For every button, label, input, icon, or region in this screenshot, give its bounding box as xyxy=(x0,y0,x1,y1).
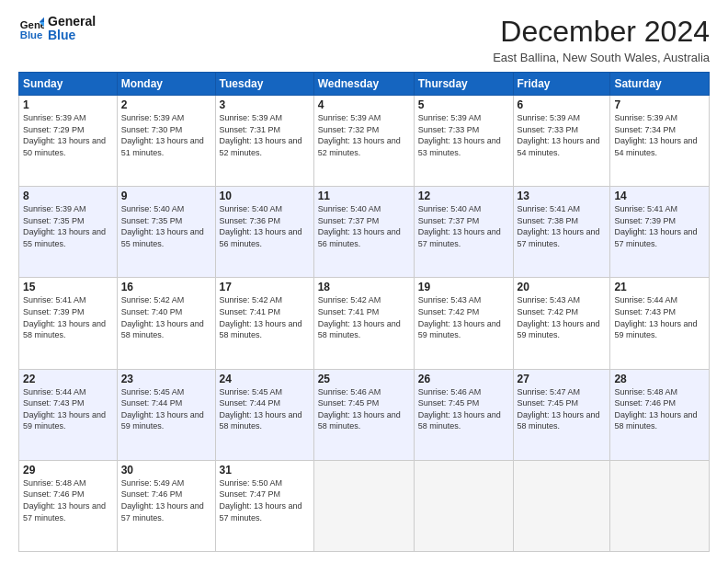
day-number: 25 xyxy=(318,373,410,385)
table-row: 28 Sunrise: 5:48 AM Sunset: 7:46 PM Dayl… xyxy=(610,369,710,460)
table-row: 1 Sunrise: 5:39 AM Sunset: 7:29 PM Dayli… xyxy=(19,96,118,187)
calendar-week-row: 15 Sunrise: 5:41 AM Sunset: 7:39 PM Dayl… xyxy=(19,278,710,369)
day-detail: Sunrise: 5:46 AM Sunset: 7:45 PM Dayligh… xyxy=(318,386,410,432)
page: General Blue General Blue December 2024 … xyxy=(0,0,728,563)
header-sunday: Sunday xyxy=(19,73,118,96)
header: General Blue General Blue December 2024 … xyxy=(18,15,710,64)
table-row: 18 Sunrise: 5:42 AM Sunset: 7:41 PM Dayl… xyxy=(313,278,414,369)
table-row: 17 Sunrise: 5:42 AM Sunset: 7:41 PM Dayl… xyxy=(215,278,313,369)
day-number: 6 xyxy=(518,98,607,111)
day-detail: Sunrise: 5:42 AM Sunset: 7:40 PM Dayligh… xyxy=(121,294,211,340)
day-number: 18 xyxy=(318,281,410,293)
day-number: 19 xyxy=(418,281,509,293)
day-number: 15 xyxy=(23,281,113,293)
logo-text-general: General xyxy=(48,15,96,29)
day-detail: Sunrise: 5:41 AM Sunset: 7:39 PM Dayligh… xyxy=(614,203,705,249)
header-thursday: Thursday xyxy=(414,73,513,96)
day-number: 7 xyxy=(614,98,705,111)
day-number: 3 xyxy=(220,98,310,111)
day-number: 22 xyxy=(23,373,113,385)
table-row: 8 Sunrise: 5:39 AM Sunset: 7:35 PM Dayli… xyxy=(19,187,118,278)
calendar-week-row: 1 Sunrise: 5:39 AM Sunset: 7:29 PM Dayli… xyxy=(19,96,710,187)
day-detail: Sunrise: 5:45 AM Sunset: 7:44 PM Dayligh… xyxy=(220,386,310,432)
calendar-table: Sunday Monday Tuesday Wednesday Thursday… xyxy=(18,72,710,552)
table-row: 30 Sunrise: 5:49 AM Sunset: 7:46 PM Dayl… xyxy=(117,460,215,551)
table-row: 12 Sunrise: 5:40 AM Sunset: 7:37 PM Dayl… xyxy=(414,187,513,278)
day-number: 21 xyxy=(614,281,705,293)
table-row: 22 Sunrise: 5:44 AM Sunset: 7:43 PM Dayl… xyxy=(19,369,118,460)
day-detail: Sunrise: 5:42 AM Sunset: 7:41 PM Dayligh… xyxy=(318,294,410,340)
day-detail: Sunrise: 5:45 AM Sunset: 7:44 PM Dayligh… xyxy=(121,386,211,432)
svg-text:Blue: Blue xyxy=(20,29,43,40)
day-detail: Sunrise: 5:46 AM Sunset: 7:45 PM Dayligh… xyxy=(418,386,509,432)
day-detail: Sunrise: 5:47 AM Sunset: 7:45 PM Dayligh… xyxy=(518,386,607,432)
calendar-week-row: 22 Sunrise: 5:44 AM Sunset: 7:43 PM Dayl… xyxy=(19,369,710,460)
table-row: 14 Sunrise: 5:41 AM Sunset: 7:39 PM Dayl… xyxy=(610,187,710,278)
header-wednesday: Wednesday xyxy=(313,73,414,96)
day-detail: Sunrise: 5:41 AM Sunset: 7:38 PM Dayligh… xyxy=(518,203,607,249)
table-row: 9 Sunrise: 5:40 AM Sunset: 7:35 PM Dayli… xyxy=(117,187,215,278)
table-row: 25 Sunrise: 5:46 AM Sunset: 7:45 PM Dayl… xyxy=(313,369,414,460)
table-row: 7 Sunrise: 5:39 AM Sunset: 7:34 PM Dayli… xyxy=(610,96,710,187)
day-number: 8 xyxy=(23,190,113,202)
day-detail: Sunrise: 5:44 AM Sunset: 7:43 PM Dayligh… xyxy=(614,294,705,340)
day-detail: Sunrise: 5:39 AM Sunset: 7:32 PM Dayligh… xyxy=(318,112,410,158)
day-detail: Sunrise: 5:39 AM Sunset: 7:34 PM Dayligh… xyxy=(614,112,705,158)
table-row: 5 Sunrise: 5:39 AM Sunset: 7:33 PM Dayli… xyxy=(414,96,513,187)
day-number: 2 xyxy=(121,98,211,111)
table-row: 10 Sunrise: 5:40 AM Sunset: 7:36 PM Dayl… xyxy=(215,187,313,278)
header-monday: Monday xyxy=(117,73,215,96)
header-tuesday: Tuesday xyxy=(215,73,313,96)
day-detail: Sunrise: 5:39 AM Sunset: 7:30 PM Dayligh… xyxy=(121,112,211,158)
day-number: 24 xyxy=(220,373,310,385)
day-number: 4 xyxy=(318,98,410,111)
day-detail: Sunrise: 5:40 AM Sunset: 7:36 PM Dayligh… xyxy=(220,203,310,249)
day-number: 1 xyxy=(23,98,113,111)
calendar-header-row: Sunday Monday Tuesday Wednesday Thursday… xyxy=(19,73,710,96)
table-row: 2 Sunrise: 5:39 AM Sunset: 7:30 PM Dayli… xyxy=(117,96,215,187)
day-number: 20 xyxy=(518,281,607,293)
table-row: 6 Sunrise: 5:39 AM Sunset: 7:33 PM Dayli… xyxy=(513,96,610,187)
day-number: 26 xyxy=(418,373,509,385)
calendar-week-row: 8 Sunrise: 5:39 AM Sunset: 7:35 PM Dayli… xyxy=(19,187,710,278)
day-detail: Sunrise: 5:49 AM Sunset: 7:46 PM Dayligh… xyxy=(121,477,211,523)
table-row: 23 Sunrise: 5:45 AM Sunset: 7:44 PM Dayl… xyxy=(117,369,215,460)
table-row xyxy=(513,460,610,551)
day-detail: Sunrise: 5:41 AM Sunset: 7:39 PM Dayligh… xyxy=(23,294,113,340)
day-number: 29 xyxy=(23,464,113,477)
day-detail: Sunrise: 5:50 AM Sunset: 7:47 PM Dayligh… xyxy=(220,477,310,523)
table-row: 24 Sunrise: 5:45 AM Sunset: 7:44 PM Dayl… xyxy=(215,369,313,460)
table-row: 3 Sunrise: 5:39 AM Sunset: 7:31 PM Dayli… xyxy=(215,96,313,187)
day-detail: Sunrise: 5:48 AM Sunset: 7:46 PM Dayligh… xyxy=(614,386,705,432)
day-number: 17 xyxy=(220,281,310,293)
table-row: 20 Sunrise: 5:43 AM Sunset: 7:42 PM Dayl… xyxy=(513,278,610,369)
title-block: December 2024 East Ballina, New South Wa… xyxy=(493,15,710,64)
day-detail: Sunrise: 5:48 AM Sunset: 7:46 PM Dayligh… xyxy=(23,477,113,523)
logo: General Blue General Blue xyxy=(18,15,96,43)
day-number: 23 xyxy=(121,373,211,385)
day-number: 16 xyxy=(121,281,211,293)
table-row: 27 Sunrise: 5:47 AM Sunset: 7:45 PM Dayl… xyxy=(513,369,610,460)
day-number: 12 xyxy=(418,190,509,202)
main-title: December 2024 xyxy=(493,15,710,49)
calendar-week-row: 29 Sunrise: 5:48 AM Sunset: 7:46 PM Dayl… xyxy=(19,460,710,551)
logo-text-blue: Blue xyxy=(48,29,96,42)
day-number: 30 xyxy=(121,464,211,477)
day-number: 11 xyxy=(318,190,410,202)
day-detail: Sunrise: 5:39 AM Sunset: 7:31 PM Dayligh… xyxy=(220,112,310,158)
subtitle: East Ballina, New South Wales, Australia xyxy=(493,51,710,64)
table-row: 19 Sunrise: 5:43 AM Sunset: 7:42 PM Dayl… xyxy=(414,278,513,369)
day-detail: Sunrise: 5:43 AM Sunset: 7:42 PM Dayligh… xyxy=(418,294,509,340)
day-detail: Sunrise: 5:39 AM Sunset: 7:29 PM Dayligh… xyxy=(23,112,113,158)
table-row: 31 Sunrise: 5:50 AM Sunset: 7:47 PM Dayl… xyxy=(215,460,313,551)
table-row xyxy=(610,460,710,551)
logo-icon: General Blue xyxy=(18,16,44,41)
day-detail: Sunrise: 5:40 AM Sunset: 7:35 PM Dayligh… xyxy=(121,203,211,249)
header-saturday: Saturday xyxy=(610,73,710,96)
day-number: 27 xyxy=(518,373,607,385)
day-number: 31 xyxy=(220,464,310,477)
header-friday: Friday xyxy=(513,73,610,96)
day-detail: Sunrise: 5:39 AM Sunset: 7:35 PM Dayligh… xyxy=(23,203,113,249)
day-detail: Sunrise: 5:40 AM Sunset: 7:37 PM Dayligh… xyxy=(318,203,410,249)
table-row: 4 Sunrise: 5:39 AM Sunset: 7:32 PM Dayli… xyxy=(313,96,414,187)
